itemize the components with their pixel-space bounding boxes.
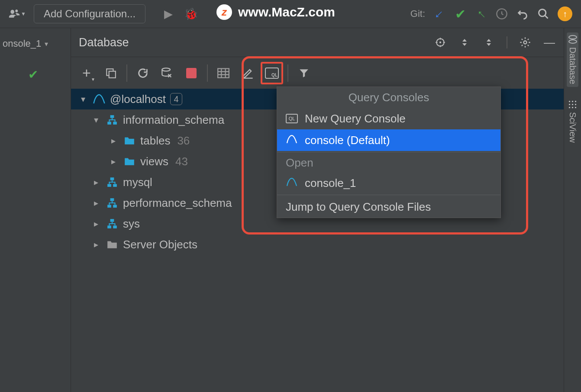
tree-node-label: sys: [123, 217, 140, 231]
popup-section-open: Open: [277, 153, 500, 172]
search-icon[interactable]: [537, 7, 550, 20]
popup-separator: [277, 195, 500, 195]
svg-point-7: [162, 68, 170, 71]
query-console-icon[interactable]: QL: [261, 62, 283, 84]
history-icon[interactable]: [495, 7, 508, 20]
editor-tab-label: onsole_1: [3, 38, 41, 49]
svg-rect-10: [107, 122, 111, 125]
folder-icon: [123, 157, 136, 166]
folder-icon: [123, 136, 136, 145]
revert-icon[interactable]: [516, 7, 529, 20]
svg-point-3: [439, 42, 441, 43]
top-toolbar: ▼ Add Configuration... ▶ 🐞 Git: ↓ ✔ ↑: [0, 0, 581, 28]
mysql-icon: [286, 134, 298, 147]
editor-tab-console1[interactable]: onsole_1 ▾: [0, 28, 71, 59]
grid-icon: [568, 100, 578, 109]
tree-node-label: performance_schema: [123, 196, 232, 210]
schema-icon: [106, 114, 119, 125]
schema-icon: [106, 177, 119, 188]
run-icon[interactable]: ▶: [162, 7, 175, 20]
database-icon: [568, 35, 577, 45]
svg-rect-17: [113, 205, 117, 208]
table-view-icon[interactable]: [212, 62, 235, 84]
left-sidebar: onsole_1 ▾ ✔: [0, 28, 71, 392]
target-icon[interactable]: [434, 36, 447, 49]
panel-titlebar: Database —: [71, 28, 564, 57]
svg-rect-9: [110, 115, 114, 118]
svg-rect-19: [107, 225, 111, 228]
user-menu-icon[interactable]: ▼: [9, 7, 26, 20]
svg-rect-16: [107, 205, 111, 208]
git-push-icon[interactable]: ↑: [472, 5, 490, 23]
tree-node-count: 43: [175, 155, 188, 168]
stop-icon[interactable]: [180, 62, 203, 84]
debug-icon[interactable]: 🐞: [184, 7, 197, 20]
svg-rect-8: [218, 68, 229, 77]
svg-point-1: [539, 10, 546, 16]
query-console-icon: QL: [286, 114, 298, 123]
schema-icon: [106, 197, 119, 209]
git-pull-icon[interactable]: ↓: [430, 5, 449, 23]
tree-node-server-objects[interactable]: ▸ Server Objects: [71, 234, 564, 255]
tree-node-label: Server Objects: [123, 238, 197, 251]
hide-panel-icon[interactable]: —: [543, 36, 556, 49]
popup-item-label: New Query Console: [305, 112, 406, 125]
add-configuration-button[interactable]: Add Configuration...: [34, 4, 145, 23]
popup-separator: [277, 152, 500, 152]
popup-item-label: Jump to Query Console Files: [286, 200, 431, 214]
git-commit-icon[interactable]: ✔: [454, 7, 467, 20]
popup-item-console-default[interactable]: console (Default): [277, 129, 500, 151]
popup-title: Query Consoles: [277, 87, 500, 108]
problems-ok-icon[interactable]: ✔: [0, 59, 66, 90]
svg-point-4: [524, 41, 527, 44]
tree-node-count: 4: [170, 93, 182, 105]
database-toolbar: + ▼ QL: [71, 57, 564, 89]
popup-item-jump-to-files[interactable]: Jump to Query Console Files: [277, 196, 500, 218]
folder-icon: [106, 240, 119, 249]
tree-node-label: mysql: [123, 176, 152, 189]
tree-node-label: information_schema: [123, 113, 224, 127]
data-source-properties-icon[interactable]: [156, 62, 178, 84]
collapse-all-icon[interactable]: [482, 36, 495, 49]
svg-rect-14: [113, 184, 117, 187]
tree-node-label: views: [140, 155, 168, 168]
ide-update-icon[interactable]: [558, 6, 572, 21]
svg-rect-6: [109, 71, 116, 77]
schema-icon: [106, 218, 119, 229]
right-tab-database[interactable]: Database: [567, 32, 578, 87]
popup-item-label: console_1: [305, 177, 356, 190]
filter-icon[interactable]: [293, 62, 315, 84]
refresh-icon[interactable]: [132, 62, 154, 84]
svg-rect-20: [113, 225, 117, 228]
popup-item-console1[interactable]: console_1: [277, 172, 500, 194]
popup-item-label: console (Default): [305, 134, 390, 147]
svg-rect-12: [110, 177, 114, 180]
panel-title: Database: [79, 36, 129, 49]
tree-node-count: 36: [177, 134, 190, 148]
tree-node-label: tables: [140, 134, 170, 148]
svg-rect-13: [107, 184, 111, 187]
svg-rect-18: [110, 219, 114, 222]
settings-icon[interactable]: [519, 36, 532, 49]
tree-node-label: @localhost: [110, 93, 166, 106]
mysql-icon: [286, 177, 298, 190]
expand-all-icon[interactable]: [458, 36, 471, 49]
duplicate-icon[interactable]: [100, 62, 122, 84]
mysql-icon: [93, 93, 106, 105]
query-consoles-popup: Query Consoles QL New Query Console cons…: [277, 87, 501, 218]
edit-icon[interactable]: [236, 62, 259, 84]
svg-rect-11: [113, 122, 117, 125]
right-tool-bar: Database SciView: [564, 28, 581, 392]
svg-rect-15: [110, 198, 114, 201]
add-datasource-icon[interactable]: + ▼: [75, 62, 98, 84]
right-tab-sciview[interactable]: SciView: [568, 100, 578, 143]
git-label: Git:: [410, 8, 425, 19]
popup-item-new-query-console[interactable]: QL New Query Console: [277, 108, 500, 129]
